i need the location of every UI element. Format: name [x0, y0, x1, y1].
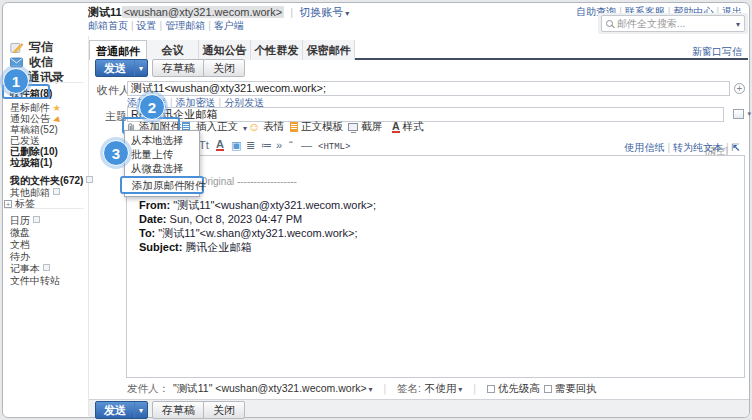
screen-capture-icon: [348, 123, 358, 131]
calendar-manage-icon: [33, 216, 40, 223]
message-body-editor[interactable]: ------------------ Original ------------…: [126, 155, 745, 378]
attachment-dropdown-menu: 从本地选择 批量上传 从微盘选择 添加原邮件附件: [124, 130, 200, 197]
menu-item-from-drive[interactable]: 从微盘选择: [125, 161, 199, 175]
save-draft-button-bottom[interactable]: 存草稿: [152, 401, 205, 419]
new-window-compose-link[interactable]: 新窗口写信: [692, 46, 742, 57]
tab-announcement[interactable]: 通知公告: [199, 40, 251, 60]
mailbox-manage-icon: [53, 188, 60, 195]
insert-image-icon[interactable]: ▣: [231, 139, 241, 152]
to-label: 收件人: [97, 83, 130, 98]
tab-personalized-mass[interactable]: 个性群发: [251, 40, 303, 60]
insert-body-button[interactable]: 插入正文: [196, 120, 247, 134]
search-icon: [606, 20, 613, 27]
html-source-toggle[interactable]: <HTML>: [318, 142, 350, 152]
quote-from-line: From: "测试11"<wushan@xty321.wecom.work>;: [139, 198, 376, 212]
signature-selector[interactable]: 不使用: [425, 382, 463, 396]
search-placeholder: 邮件全文搜索...: [617, 17, 734, 31]
quote-icon[interactable]: “: [289, 139, 293, 151]
quote-to-line: To: "测试11"<w.shan@xty321.wecom.work>;: [139, 226, 376, 240]
compose-tabbar: 普通邮件 会议 通知公告 个性群发 保密邮件: [89, 40, 748, 60]
plain-text-link[interactable]: 转为纯文本: [673, 142, 723, 153]
step-badge-1: 1: [3, 68, 29, 94]
close-button-bottom[interactable]: 关闭: [203, 401, 245, 419]
search-input[interactable]: 邮件全文搜索...: [601, 15, 745, 32]
inbox-mail-icon: [10, 57, 23, 68]
save-draft-button-top[interactable]: 存草稿: [152, 59, 205, 77]
expand-plus-icon[interactable]: +: [4, 200, 12, 208]
account-email: <wushan@xty321.wecom.work>: [122, 6, 285, 18]
align-icon[interactable]: ≣: [246, 139, 255, 152]
screenshot-button[interactable]: 截屏: [348, 120, 382, 134]
send-dropdown-icon[interactable]: [134, 60, 147, 76]
step-badge-2: 2: [139, 94, 165, 120]
switch-account-link[interactable]: 切换账号: [299, 6, 349, 18]
quote-subject-line: Subject: 腾讯企业邮箱: [139, 240, 376, 254]
nav-client-link[interactable]: 客户端: [214, 20, 244, 31]
sidebar-divider: [88, 36, 89, 416]
nav-home-link[interactable]: 邮箱首页: [88, 20, 128, 31]
emoji-button[interactable]: ☺表情: [248, 120, 284, 134]
from-label: 发件人：: [127, 382, 169, 396]
font-color-icon[interactable]: A: [216, 140, 224, 151]
nav-settings-link[interactable]: 设置: [137, 20, 157, 31]
template-button[interactable]: 正文模板: [290, 120, 343, 134]
tab-confidential-mail[interactable]: 保密邮件: [303, 40, 355, 60]
list-icon[interactable]: ≔: [261, 139, 272, 152]
divider-icon[interactable]: —: [301, 139, 312, 151]
orange-doc-icon: [290, 122, 298, 132]
step-badge-3: 3: [103, 140, 129, 166]
receipt-checkbox[interactable]: [544, 385, 552, 393]
stationery-picker-icon[interactable]: [733, 109, 744, 119]
signature-label: 签名:: [397, 382, 421, 396]
nav-admin-link[interactable]: 管理邮箱: [165, 20, 205, 31]
expand-editor-icon[interactable]: ⇱: [732, 142, 740, 153]
font-style-icon: A: [392, 122, 400, 133]
sender-options-row: 发件人： "测试11" <wushan@xty321.wecom.work> ｜…: [127, 382, 597, 396]
sidebar-separator-2: [4, 208, 84, 209]
send-button-top[interactable]: 发送: [95, 59, 148, 77]
search-panel: 邮件全文搜索...: [598, 13, 748, 34]
smiley-icon: ☺: [248, 122, 260, 132]
priority-option[interactable]: 优先级高: [487, 382, 540, 396]
font-size-icon[interactable]: Tt: [199, 139, 209, 151]
style-button[interactable]: A样式: [392, 120, 424, 134]
account-info: 测试11<wushan@xty321.wecom.work> | 切换账号: [88, 5, 349, 20]
menu-item-local-file[interactable]: 从本地选择: [125, 133, 199, 147]
add-contact-icon[interactable]: +: [734, 83, 745, 94]
to-input[interactable]: 测试11<wushan@xty321.wecom.work>;: [127, 81, 730, 96]
notes-manage-icon: [43, 264, 50, 271]
receipt-option[interactable]: 需要回执: [544, 382, 597, 396]
compose-icon: [10, 41, 23, 54]
quoted-message: From: "测试11"<wushan@xty321.wecom.work>; …: [139, 198, 376, 254]
quote-date-line: Date: Sun, Oct 8, 2023 04:47 PM: [139, 212, 376, 226]
menu-item-batch-upload[interactable]: 批量上传: [125, 147, 199, 161]
use-stationery-link[interactable]: 使用信纸: [624, 142, 664, 153]
priority-checkbox[interactable]: [487, 385, 495, 393]
insert-body-dropdown-icon: [241, 121, 247, 133]
from-selector[interactable]: "测试11" <wushan@xty321.wecom.work>: [173, 382, 373, 396]
menu-item-original-attachments[interactable]: 添加原邮件附件: [120, 176, 204, 194]
account-name: 测试11: [88, 6, 122, 18]
send-dropdown-icon-bottom[interactable]: [134, 402, 147, 418]
sidebar-app-file-transfer[interactable]: 文件中转站: [10, 274, 60, 288]
header-nav: 邮箱首页|设置|管理邮箱|客户端: [88, 19, 244, 33]
sidebar-folder-junk[interactable]: 垃圾箱(1): [10, 156, 52, 170]
indent-icon[interactable]: »: [276, 139, 282, 151]
search-scope-dropdown-icon[interactable]: [734, 18, 740, 29]
send-button-bottom[interactable]: 发送: [95, 401, 148, 419]
folder-manage-icon: [86, 176, 93, 183]
editor-links: 使用信纸|转为纯文本|⇱: [624, 141, 740, 155]
tab-normal-mail[interactable]: 普通邮件: [89, 40, 147, 60]
close-button-top[interactable]: 关闭: [203, 59, 245, 77]
tab-meeting[interactable]: 会议: [147, 40, 199, 60]
